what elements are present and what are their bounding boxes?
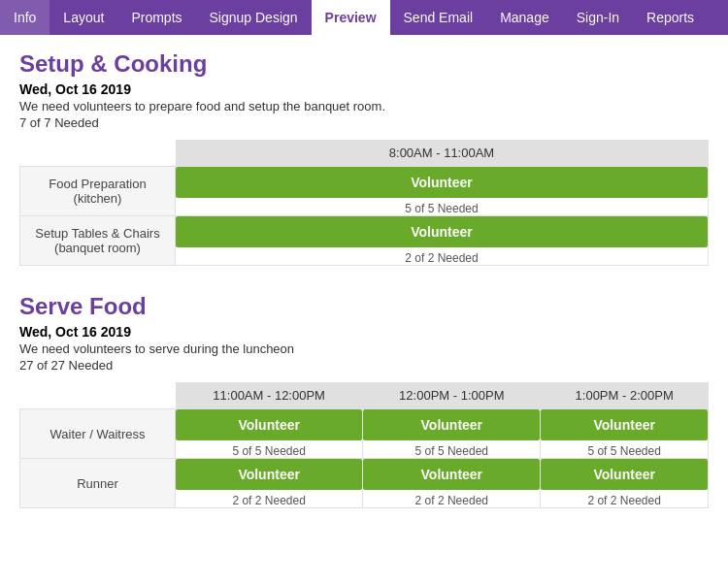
volunteer-button[interactable]: Volunteer xyxy=(541,459,708,490)
volunteer-cell: Volunteer2 of 2 Needed xyxy=(541,459,709,508)
needed-text: 2 of 2 Needed xyxy=(363,494,540,507)
needed-text: 2 of 2 Needed xyxy=(176,494,362,507)
volunteer-button[interactable]: Volunteer xyxy=(176,459,362,490)
row-label: Runner xyxy=(20,459,176,508)
schedule-table: 8:00AM - 11:00AMFood Preparation(kitchen… xyxy=(19,140,709,266)
row-label: Waiter / Waitress xyxy=(20,409,176,459)
needed-text: 5 of 5 Needed xyxy=(541,444,708,458)
nav-item-prompts[interactable]: Prompts xyxy=(117,0,195,35)
section-0: Setup & CookingWed, Oct 16 2019We need v… xyxy=(19,50,709,266)
time-slot-header-2: 1:00PM - 2:00PM xyxy=(541,382,709,409)
section-description: We need volunteers to serve during the l… xyxy=(19,341,709,356)
volunteer-cell: Volunteer5 of 5 Needed xyxy=(176,409,363,459)
section-date: Wed, Oct 16 2019 xyxy=(19,324,709,340)
table-row: Food Preparation(kitchen)Volunteer5 of 5… xyxy=(20,167,709,216)
main-nav: InfoLayoutPromptsSignup DesignPreviewSen… xyxy=(0,0,728,35)
volunteer-button[interactable]: Volunteer xyxy=(541,409,708,440)
nav-item-layout[interactable]: Layout xyxy=(50,0,117,35)
main-content: Setup & CookingWed, Oct 16 2019We need v… xyxy=(0,35,728,551)
section-1: Serve FoodWed, Oct 16 2019We need volunt… xyxy=(19,293,709,508)
table-row: Setup Tables & Chairs(banquet room)Volun… xyxy=(20,216,709,266)
volunteer-cell: Volunteer5 of 5 Needed xyxy=(541,409,709,459)
section-title: Setup & Cooking xyxy=(19,50,709,78)
schedule-table: 11:00AM - 12:00PM12:00PM - 1:00PM1:00PM … xyxy=(19,382,709,508)
table-row: RunnerVolunteer2 of 2 NeededVolunteer2 o… xyxy=(20,459,709,508)
table-row: Waiter / WaitressVolunteer5 of 5 NeededV… xyxy=(20,409,709,459)
section-needed: 27 of 27 Needed xyxy=(19,358,709,373)
nav-item-reports[interactable]: Reports xyxy=(633,0,708,35)
row-label: Setup Tables & Chairs(banquet room) xyxy=(20,216,176,266)
section-needed: 7 of 7 Needed xyxy=(19,115,709,130)
volunteer-cell: Volunteer2 of 2 Needed xyxy=(363,459,541,508)
volunteer-cell: Volunteer5 of 5 Needed xyxy=(363,409,541,459)
nav-item-send-email[interactable]: Send Email xyxy=(390,0,487,35)
needed-text: 5 of 5 Needed xyxy=(363,444,540,458)
volunteer-button[interactable]: Volunteer xyxy=(176,167,708,198)
volunteer-cell: Volunteer2 of 2 Needed xyxy=(176,216,709,266)
section-title: Serve Food xyxy=(19,293,709,320)
volunteer-button[interactable]: Volunteer xyxy=(363,459,540,490)
volunteer-button[interactable]: Volunteer xyxy=(363,409,540,440)
time-slot-header-0: 11:00AM - 12:00PM xyxy=(176,382,363,409)
nav-item-preview[interactable]: Preview xyxy=(312,0,390,35)
needed-text: 5 of 5 Needed xyxy=(176,444,362,458)
volunteer-cell: Volunteer5 of 5 Needed xyxy=(176,167,709,216)
empty-header xyxy=(20,382,176,409)
section-description: We need volunteers to prepare food and s… xyxy=(19,99,709,114)
time-slot-header-1: 12:00PM - 1:00PM xyxy=(363,382,541,409)
nav-item-signup-design[interactable]: Signup Design xyxy=(196,0,312,35)
time-slot-header-0: 8:00AM - 11:00AM xyxy=(176,140,709,167)
section-date: Wed, Oct 16 2019 xyxy=(19,81,709,97)
volunteer-button[interactable]: Volunteer xyxy=(176,216,708,247)
empty-header xyxy=(20,140,176,167)
volunteer-button[interactable]: Volunteer xyxy=(176,409,362,440)
volunteer-cell: Volunteer2 of 2 Needed xyxy=(176,459,363,508)
needed-text: 2 of 2 Needed xyxy=(541,494,708,507)
nav-item-info[interactable]: Info xyxy=(0,0,50,35)
needed-text: 2 of 2 Needed xyxy=(176,251,708,265)
nav-item-sign-in[interactable]: Sign-In xyxy=(563,0,633,35)
row-label: Food Preparation(kitchen) xyxy=(20,167,176,216)
needed-text: 5 of 5 Needed xyxy=(176,202,708,215)
nav-item-manage[interactable]: Manage xyxy=(486,0,563,35)
